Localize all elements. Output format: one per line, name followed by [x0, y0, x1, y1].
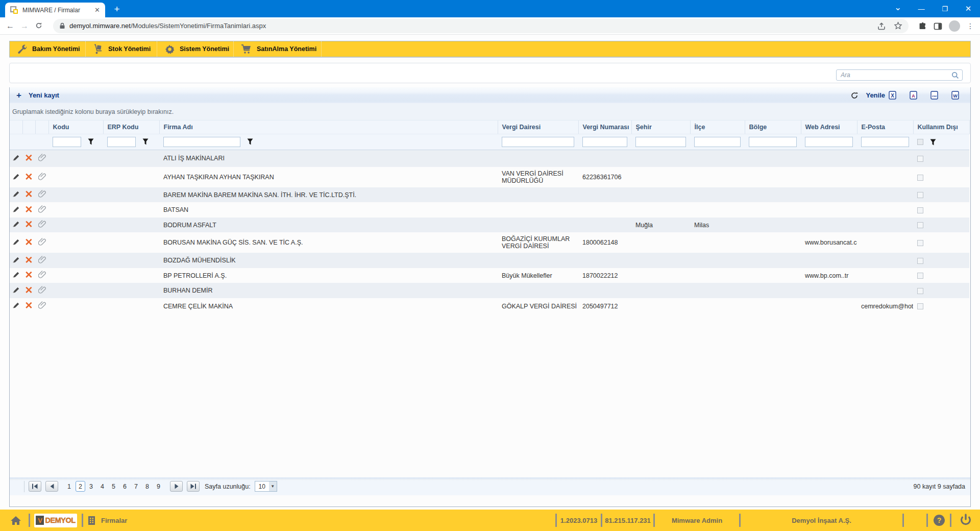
edit-pencil-icon[interactable] [13, 154, 20, 161]
filter-input-bolge[interactable] [749, 137, 797, 147]
row-attach-cell[interactable] [35, 268, 48, 283]
row-edit-cell[interactable] [10, 150, 22, 167]
search-input[interactable] [837, 71, 951, 79]
row-edit-cell[interactable] [10, 298, 22, 314]
delete-x-icon[interactable] [25, 206, 33, 213]
extensions-icon[interactable] [918, 22, 927, 31]
share-icon[interactable] [877, 22, 886, 30]
refresh-label[interactable]: Yenile [866, 91, 885, 99]
row-checkbox[interactable] [917, 156, 923, 162]
delete-x-icon[interactable] [25, 173, 33, 180]
paperclip-icon[interactable] [38, 286, 46, 294]
menu-item-3[interactable]: Sistem Yönetimi [157, 41, 234, 57]
paperclip-icon[interactable] [38, 205, 46, 213]
edit-pencil-icon[interactable] [13, 206, 20, 213]
col-header-bolge[interactable]: Bölge [745, 120, 801, 134]
row-delete-cell[interactable] [22, 232, 35, 253]
pager-page-current[interactable]: 2 [76, 481, 85, 492]
col-header-sehir[interactable]: Şehir [631, 120, 690, 134]
pager-prev-button[interactable] [45, 481, 58, 492]
edit-pencil-icon[interactable] [13, 173, 20, 180]
filter-checkbox-kullanim_disi[interactable] [917, 139, 923, 145]
edit-pencil-icon[interactable] [13, 238, 20, 246]
pager-page-8[interactable]: 8 [142, 483, 153, 490]
filter-input-vergi_dairesi[interactable] [502, 137, 574, 147]
row-attach-cell[interactable] [35, 218, 48, 232]
paperclip-icon[interactable] [38, 154, 46, 162]
row-edit-cell[interactable] [10, 232, 22, 253]
delete-x-icon[interactable] [25, 302, 33, 309]
row-delete-cell[interactable] [22, 202, 35, 218]
pager-next-button[interactable] [170, 481, 183, 492]
row-checkbox[interactable] [917, 288, 923, 294]
menu-item-4[interactable]: SatınAlma Yönetimi [234, 41, 322, 57]
edit-pencil-icon[interactable] [13, 302, 20, 309]
edit-pencil-icon[interactable] [13, 286, 20, 294]
col-header-ilce[interactable]: İlçe [690, 120, 745, 134]
export-word-icon[interactable]: W [951, 91, 959, 100]
row-delete-cell[interactable] [22, 253, 35, 268]
col-header-erp_kodu[interactable]: ERP Kodu [103, 120, 159, 134]
new-record-button[interactable]: + Yeni kayıt [16, 90, 59, 101]
filter-input-web[interactable] [805, 137, 853, 147]
row-edit-cell[interactable] [10, 283, 22, 298]
edit-pencil-icon[interactable] [13, 221, 20, 228]
edit-pencil-icon[interactable] [13, 190, 20, 198]
funnel-icon[interactable] [142, 138, 149, 145]
paperclip-icon[interactable] [38, 190, 46, 198]
row-attach-cell[interactable] [35, 167, 48, 187]
row-delete-cell[interactable] [22, 187, 35, 202]
home-icon[interactable] [10, 516, 21, 525]
col-header-vergi_dairesi[interactable]: Vergi Dairesi [498, 120, 578, 134]
forward-icon[interactable]: → [17, 21, 32, 31]
profile-avatar[interactable] [949, 20, 960, 32]
row-attach-cell[interactable] [35, 298, 48, 314]
row-attach-cell[interactable] [35, 150, 48, 167]
search-icon[interactable] [951, 71, 959, 79]
browser-menu-icon[interactable]: ⋮ [967, 22, 974, 30]
pager-last-button[interactable] [187, 481, 200, 492]
row-checkbox[interactable] [917, 273, 923, 279]
row-edit-cell[interactable] [10, 253, 22, 268]
col-header-firma_adi[interactable]: Firma Adı [159, 120, 498, 134]
funnel-icon[interactable] [930, 139, 936, 146]
row-delete-cell[interactable] [22, 167, 35, 187]
delete-x-icon[interactable] [25, 286, 33, 294]
delete-x-icon[interactable] [25, 238, 33, 246]
delete-x-icon[interactable] [25, 256, 33, 263]
window-close-button[interactable]: ✕ [957, 4, 980, 13]
row-checkbox[interactable] [917, 222, 923, 228]
row-delete-cell[interactable] [22, 283, 35, 298]
export-excel-icon[interactable]: X [889, 91, 896, 100]
row-checkbox[interactable] [917, 207, 923, 213]
url-bar[interactable]: demyol.mimware.net/Modules/SistemYonetim… [53, 19, 909, 33]
menu-item-2[interactable]: Stok Yönetimi [86, 41, 157, 57]
demyol-logo[interactable]: VDEMYOL [34, 514, 77, 527]
row-edit-cell[interactable] [10, 202, 22, 218]
reload-icon[interactable] [32, 21, 46, 31]
row-delete-cell[interactable] [22, 150, 35, 167]
browser-tab[interactable]: MIMWARE / Firmalar ✕ [5, 3, 105, 17]
export-csv-icon[interactable]: csv [930, 91, 938, 100]
pager-page-6[interactable]: 6 [119, 483, 130, 490]
filter-input-vergi_no[interactable] [582, 137, 627, 147]
row-edit-cell[interactable] [10, 268, 22, 283]
row-attach-cell[interactable] [35, 283, 48, 298]
pager-page-7[interactable]: 7 [131, 483, 141, 490]
pager-first-button[interactable] [29, 481, 41, 492]
filter-input-erp_kodu[interactable] [107, 137, 136, 147]
col-header-eposta[interactable]: E-Posta [857, 120, 913, 134]
paperclip-icon[interactable] [38, 256, 46, 264]
global-search-field[interactable] [836, 69, 963, 81]
col-header-vergi_no[interactable]: Vergi Numarası [578, 120, 631, 134]
paperclip-icon[interactable] [38, 301, 46, 309]
funnel-icon[interactable] [247, 138, 253, 145]
window-restore-button[interactable]: ❐ [933, 5, 957, 13]
row-delete-cell[interactable] [22, 268, 35, 283]
side-panel-icon[interactable] [934, 22, 942, 31]
pager-page-9[interactable]: 9 [153, 483, 164, 490]
power-icon[interactable] [951, 514, 980, 527]
row-attach-cell[interactable] [35, 253, 48, 268]
row-checkbox[interactable] [917, 240, 923, 246]
back-icon[interactable]: ← [3, 21, 17, 31]
